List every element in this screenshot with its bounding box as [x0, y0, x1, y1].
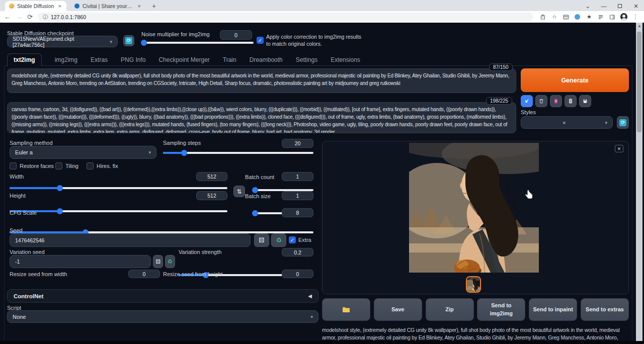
width-value[interactable]: 512: [196, 172, 227, 181]
color-correction-checkbox[interactable]: [257, 37, 264, 44]
random-seed-button[interactable]: ⚄: [254, 233, 269, 247]
seed-input[interactable]: 1476462546: [10, 233, 251, 247]
dice-icon: ⚄: [155, 259, 160, 265]
sampling-steps-value[interactable]: 20: [282, 139, 313, 148]
window-restore-icon[interactable]: [612, 1, 628, 11]
tab-dreambooth[interactable]: Dreambooth: [250, 56, 283, 63]
share-icon[interactable]: [539, 14, 546, 21]
forward-icon[interactable]: →: [16, 14, 22, 20]
bookmark-star-icon[interactable]: ☆: [551, 14, 558, 21]
gallery-close-button[interactable]: ✕: [615, 145, 623, 152]
batch-size-value[interactable]: 1: [282, 191, 313, 200]
tab-txt2img[interactable]: txt2img: [7, 53, 42, 66]
height-slider[interactable]: [10, 210, 227, 212]
window-minimize-icon[interactable]: —: [596, 1, 612, 11]
batch-size-label: Batch size: [245, 193, 271, 199]
negative-token-counter: 198/225: [486, 97, 512, 105]
sidebar-icon[interactable]: [609, 14, 616, 21]
browser-menu-icon[interactable]: ⋮: [632, 14, 639, 21]
tab-extras[interactable]: Extras: [91, 56, 108, 63]
reuse-variation-seed-button[interactable]: ♻: [165, 255, 175, 268]
browser-tab-stable-diffusion[interactable]: Stable Diffusion ×: [5, 1, 66, 11]
tab-close-icon[interactable]: ×: [137, 3, 142, 9]
save-style-button[interactable]: [579, 95, 591, 107]
chevron-down-icon: ▾: [605, 120, 607, 125]
resize-seed-width-value[interactable]: 0: [128, 270, 160, 278]
tab-extensions[interactable]: Extensions: [331, 56, 360, 63]
chevron-down-icon: ▾: [310, 314, 313, 319]
tab-img2img[interactable]: img2img: [55, 56, 77, 63]
batch-count-value[interactable]: 1: [282, 172, 313, 181]
new-tab-button[interactable]: +: [149, 1, 159, 11]
extension-star-icon[interactable]: ★: [586, 14, 593, 21]
noise-multiplier-value[interactable]: 0: [220, 30, 252, 40]
hires-fix-checkbox[interactable]: [87, 162, 94, 169]
media-extension-icon[interactable]: [562, 14, 570, 21]
window-menu-icon[interactable]: ⌄: [580, 1, 596, 11]
checkpoint-refresh-button[interactable]: ⟳: [123, 35, 134, 46]
extension-blue-icon[interactable]: [574, 14, 581, 21]
styles-refresh-button[interactable]: ⟳: [617, 116, 629, 129]
screen: Stable Diffusion × Civitai | Share your …: [0, 0, 644, 344]
toolbar-icons: ☆ ★ ⋮: [539, 14, 639, 21]
tab-close-icon[interactable]: ×: [57, 3, 62, 9]
tab-train[interactable]: Train: [223, 56, 236, 63]
clear-styles-icon[interactable]: ×: [562, 120, 566, 126]
width-slider[interactable]: [10, 187, 227, 189]
scrollbar-thumb[interactable]: [637, 32, 641, 132]
window-close-icon[interactable]: ✕: [628, 1, 644, 11]
address-bar[interactable]: ⓘ 127.0.0.1:7860: [38, 13, 533, 21]
dice-icon: ⚄: [259, 236, 264, 244]
scrollbar-up-arrow[interactable]: ▲: [637, 24, 641, 28]
cfg-scale-value[interactable]: 8: [282, 208, 313, 217]
variation-seed-input[interactable]: -1: [10, 255, 151, 268]
list-extension-icon[interactable]: [597, 14, 604, 21]
open-folder-button[interactable]: [322, 298, 370, 321]
browser-tab-civitai[interactable]: Civitai | Share your models ×: [70, 1, 146, 11]
sampling-method-select[interactable]: Euler a ▾: [10, 146, 156, 159]
tab-png-info[interactable]: PNG Info: [121, 56, 145, 63]
tiling-checkbox[interactable]: [55, 162, 62, 169]
paste-params-button[interactable]: [521, 95, 533, 107]
negative-prompt-input[interactable]: canvas frame, cartoon, 3d, ((disfigured)…: [7, 102, 516, 133]
send-to-img2img-button[interactable]: Send to img2img: [477, 298, 525, 321]
reload-icon[interactable]: ⟳: [27, 14, 33, 20]
resize-seed-height-value[interactable]: 0: [282, 270, 313, 278]
clear-prompt-button[interactable]: [535, 95, 547, 107]
extra-networks-button[interactable]: [550, 95, 562, 107]
controlnet-accordion[interactable]: ControlNet ◀: [7, 289, 318, 303]
styles-select[interactable]: × ▾: [521, 116, 613, 129]
profile-avatar[interactable]: [620, 14, 627, 21]
save-button[interactable]: Save: [374, 298, 422, 321]
noise-multiplier-slider[interactable]: [142, 42, 254, 44]
tab-settings[interactable]: Settings: [296, 56, 317, 63]
height-value[interactable]: 512: [196, 191, 227, 200]
site-info-icon[interactable]: ⓘ: [43, 14, 48, 21]
gallery-thumbnail-selected[interactable]: [466, 276, 481, 293]
apply-style-button[interactable]: [565, 95, 577, 107]
extra-seed-checkbox[interactable]: [289, 236, 296, 243]
generate-button[interactable]: Generate: [521, 68, 629, 92]
tab-checkpoint-merger[interactable]: Checkpoint Merger: [158, 56, 209, 63]
window-controls: ⌄ — ✕: [580, 1, 644, 11]
back-icon[interactable]: ←: [4, 14, 11, 20]
trash-icon: [538, 98, 544, 104]
checkpoint-select[interactable]: SD15NewVAEpruned.ckpt [27a4ac756c] ▾: [7, 36, 118, 47]
variation-strength-value[interactable]: 0.2: [282, 248, 313, 256]
random-variation-seed-button[interactable]: ⚄: [153, 255, 163, 268]
sampling-steps-slider[interactable]: [163, 152, 313, 154]
restore-faces-option: Restore faces: [10, 162, 54, 169]
swap-dimensions-button[interactable]: ⇅: [233, 186, 245, 197]
generated-image[interactable]: [409, 143, 539, 273]
civitai-favicon: [74, 4, 79, 9]
send-to-inpaint-button[interactable]: Send to inpaint: [529, 298, 577, 321]
reuse-seed-button[interactable]: ♻: [271, 233, 286, 247]
send-to-extras-button[interactable]: Send to extras: [581, 298, 629, 321]
generated-image-canvas: [409, 143, 539, 273]
restore-faces-checkbox[interactable]: [10, 162, 17, 169]
prompt-input[interactable]: modelshoot style, (extremely detailed CG…: [7, 68, 516, 93]
script-select[interactable]: None ▾: [7, 310, 318, 323]
color-correction-label: Apply color correction to img2img result…: [266, 33, 367, 47]
zip-button[interactable]: Zip: [426, 298, 474, 321]
stable-diffusion-favicon: [9, 4, 14, 9]
